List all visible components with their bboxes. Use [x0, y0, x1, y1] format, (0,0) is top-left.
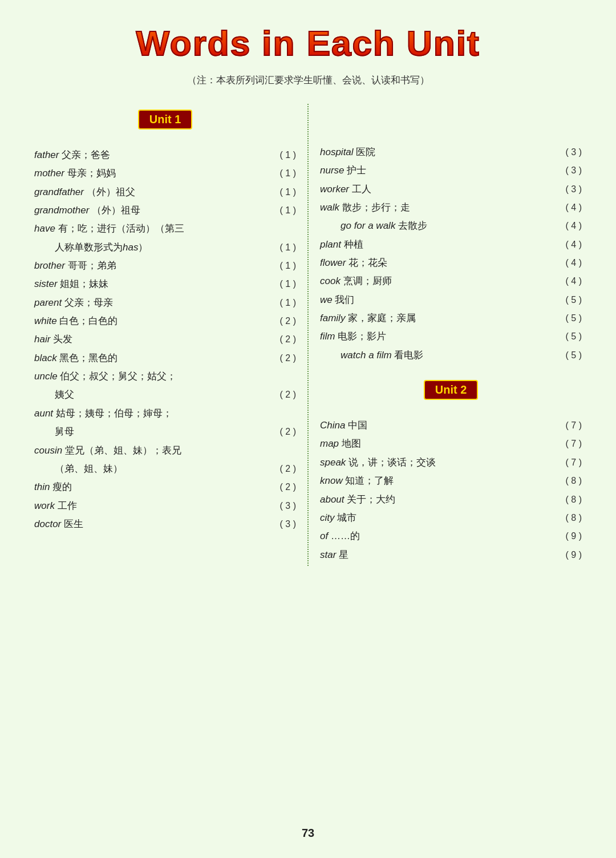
word-row: star 星 ( 9 ) — [320, 548, 582, 562]
word-row: flower 花；花朵 ( 4 ) — [320, 256, 582, 270]
word-row: hair 头发 ( 2 ) — [34, 332, 296, 347]
word-row: hospital 医院 ( 3 ) — [320, 145, 582, 160]
main-title: Words in Each Unit — [136, 23, 480, 63]
word-row: know 知道；了解 ( 8 ) — [320, 473, 582, 488]
word-row: uncle 伯父；叔父；舅父；姑父； — [34, 369, 296, 384]
word-row: aunt 姑母；姨母；伯母；婶母； — [34, 406, 296, 421]
page-number: 73 — [0, 827, 616, 840]
word-row: worker 工人 ( 3 ) — [320, 182, 582, 197]
unit2-label: Unit 2 — [424, 380, 479, 400]
word-row: family 家，家庭；亲属 ( 5 ) — [320, 311, 582, 326]
word-row: map 地图 ( 7 ) — [320, 436, 582, 451]
word-row: have 有；吃；进行（活动）（第三 — [34, 221, 296, 236]
unit1-label: Unit 1 — [138, 110, 193, 129]
left-column: Unit 1 father 父亲；爸爸 ( 1 ) mother 母亲；妈妈 (… — [34, 104, 307, 566]
subtitle: （注：本表所列词汇要求学生听懂、会说、认读和书写） — [34, 74, 582, 87]
unit2-words: China 中国 ( 7 ) map 地图 ( 7 ) speak 说，讲；谈话… — [320, 418, 582, 562]
word-row: walk 散步；步行；走 ( 4 ) — [320, 200, 582, 215]
word-row: work 工作 ( 3 ) — [34, 499, 296, 513]
word-row: doctor 医生 ( 3 ) — [34, 517, 296, 532]
word-row: grandfather （外）祖父 ( 1 ) — [34, 185, 296, 200]
word-row: watch a film 看电影 ( 5 ) — [320, 348, 582, 363]
right-unit1-words: hospital 医院 ( 3 ) nurse 护士 ( 3 ) worker … — [320, 145, 582, 363]
word-row: about 关于；大约 ( 8 ) — [320, 492, 582, 507]
word-row: nurse 护士 ( 3 ) — [320, 163, 582, 178]
word-row: China 中国 ( 7 ) — [320, 418, 582, 433]
word-row: white 白色；白色的 ( 2 ) — [34, 314, 296, 329]
word-row: we 我们 ( 5 ) — [320, 293, 582, 307]
unit2-header: Unit 2 — [320, 380, 582, 410]
word-row: plant 种植 ( 4 ) — [320, 237, 582, 252]
word-row: brother 哥哥；弟弟 ( 1 ) — [34, 258, 296, 273]
word-row-cont: 人称单数形式为has） ( 1 ) — [34, 240, 296, 255]
content-area: Unit 1 father 父亲；爸爸 ( 1 ) mother 母亲；妈妈 (… — [34, 104, 582, 566]
word-row: speak 说，讲；谈话；交谈 ( 7 ) — [320, 455, 582, 470]
word-row: father 父亲；爸爸 ( 1 ) — [34, 148, 296, 163]
word-row: thin 瘦的 ( 2 ) — [34, 480, 296, 495]
word-row: cousin 堂兄（弟、姐、妹）；表兄 — [34, 443, 296, 458]
word-row: city 城市 ( 8 ) — [320, 511, 582, 525]
word-row: sister 姐姐；妹妹 ( 1 ) — [34, 277, 296, 292]
word-row: cook 烹调；厨师 ( 4 ) — [320, 274, 582, 289]
word-row-cont: （弟、姐、妹） ( 2 ) — [34, 462, 296, 476]
unit1-header: Unit 1 — [34, 110, 296, 140]
word-row: film 电影；影片 ( 5 ) — [320, 329, 582, 344]
word-row-cont: 姨父 ( 2 ) — [34, 387, 296, 402]
word-row: mother 母亲；妈妈 ( 1 ) — [34, 166, 296, 181]
word-row: go for a walk 去散步 ( 4 ) — [320, 218, 582, 233]
word-row: grandmother （外）祖母 ( 1 ) — [34, 203, 296, 218]
page: Words in Each Unit （注：本表所列词汇要求学生听懂、会说、认读… — [0, 0, 616, 858]
right-column: hospital 医院 ( 3 ) nurse 护士 ( 3 ) worker … — [307, 104, 582, 566]
word-row-cont: 舅母 ( 2 ) — [34, 424, 296, 439]
word-row: parent 父亲；母亲 ( 1 ) — [34, 296, 296, 310]
title-container: Words in Each Unit — [34, 23, 582, 63]
word-row: black 黑色；黑色的 ( 2 ) — [34, 351, 296, 366]
word-row: of ……的 ( 9 ) — [320, 529, 582, 544]
